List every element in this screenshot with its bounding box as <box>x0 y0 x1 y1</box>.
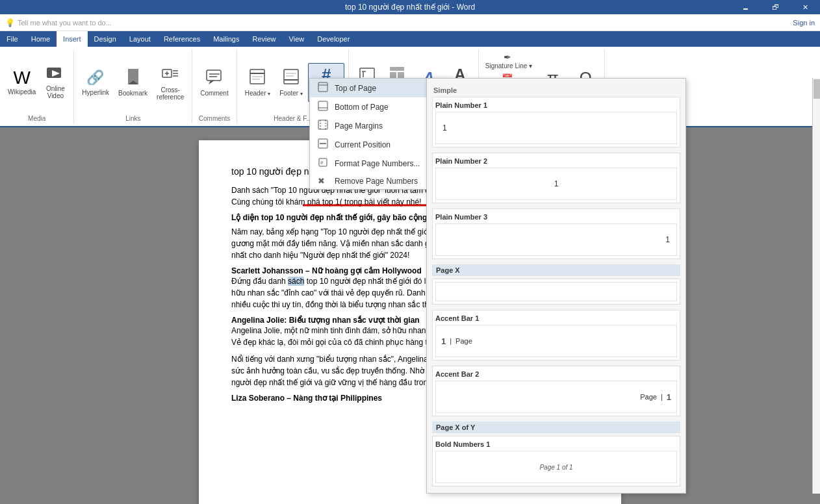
plain-number-3-title: Plain Number 3 <box>435 212 677 223</box>
group-links: 🔗 Hyperlink Bookmark Cross-reference Lin… <box>74 49 192 123</box>
svg-marker-12 <box>209 81 214 84</box>
media-group-label: Media <box>28 114 45 122</box>
group-media: W Wikipedia OnlineVideo Media <box>0 49 74 123</box>
svg-text:#: # <box>320 160 324 166</box>
bookmark-button[interactable]: Bookmark <box>114 65 151 99</box>
media-items: W Wikipedia OnlineVideo <box>4 51 70 114</box>
minimize-button[interactable]: 🗕 <box>730 0 760 14</box>
plain-number-1-number: 1 <box>442 123 447 132</box>
bookmark-icon <box>126 68 140 88</box>
footer-label: Footer ▾ <box>279 90 303 97</box>
tab-layout[interactable]: Layout <box>123 31 157 47</box>
simple-label: Simple <box>432 84 680 97</box>
close-button[interactable]: ✕ <box>790 0 820 14</box>
accent-bar-2-title: Accent Bar 2 <box>435 369 677 381</box>
plain-number-1-preview: 1 <box>435 112 677 144</box>
online-video-button[interactable]: OnlineVideo <box>41 63 70 102</box>
bold-numbers-1-preview: Page 1 of 1 <box>435 451 677 483</box>
accent-bar-2-text: Page <box>640 393 657 401</box>
svg-rect-26 <box>390 67 404 71</box>
lightbulb-icon: 💡 <box>5 18 15 27</box>
accent-bar-1-separator: | <box>450 337 452 345</box>
comment-label: Comment <box>200 90 228 97</box>
title-bar: top 10 người đẹp nhất thế giới - Word 🗕 … <box>0 0 820 14</box>
page-x-preview <box>435 282 677 301</box>
group-comments: Comment Comments <box>192 49 237 123</box>
window-controls: 🗕 🗗 ✕ <box>730 0 820 14</box>
svg-rect-33 <box>318 101 327 110</box>
accent-bar-1-content: 1 | Page <box>441 336 472 346</box>
accent-bar-2-separator: | <box>661 393 663 401</box>
tab-home[interactable]: Home <box>25 31 57 47</box>
top-of-page-icon <box>318 82 331 94</box>
accent-bar-1-text: Page <box>455 337 472 345</box>
comment-icon <box>205 68 224 88</box>
comment-button[interactable]: Comment <box>196 65 232 99</box>
bold-numbers-1-title: Bold Numbers 1 <box>435 439 677 451</box>
format-page-numbers-label: Format Page Numbers... <box>335 159 420 168</box>
plain-number-1-item[interactable]: Plain Number 1 1 <box>432 97 680 147</box>
top-of-page-label: Top of Page <box>335 84 376 93</box>
cross-reference-label: Cross-reference <box>157 86 184 101</box>
format-icon: # <box>318 157 331 170</box>
svg-rect-11 <box>207 70 221 81</box>
tab-references[interactable]: References <box>157 31 207 47</box>
remove-page-numbers-label: Remove Page Numbers <box>335 177 418 186</box>
comments-items: Comment <box>196 51 232 114</box>
bold-numbers-1-item[interactable]: Bold Numbers 1 Page 1 of 1 <box>432 436 680 486</box>
plain-number-3-preview: 1 <box>435 223 677 256</box>
header-button[interactable]: Header ▾ <box>241 65 275 99</box>
current-position-label: Current Position <box>335 140 391 149</box>
bookmark-label: Bookmark <box>118 90 147 97</box>
tell-me-input[interactable]: Tell me what you want to do... <box>18 19 147 27</box>
tab-mailings[interactable]: Mailings <box>207 31 246 47</box>
svg-rect-19 <box>284 69 298 84</box>
svg-text:🔗: 🔗 <box>86 69 105 85</box>
page-margins-label: Page Margins <box>335 121 383 131</box>
header-icon <box>248 68 266 88</box>
plain-number-2-number: 1 <box>554 179 559 188</box>
bottom-of-page-label: Bottom of Page <box>335 103 389 112</box>
hyperlink-icon: 🔗 <box>86 68 105 88</box>
cross-reference-button[interactable]: Cross-reference <box>153 62 188 103</box>
page-x-item[interactable] <box>432 279 680 305</box>
signature-icon: ✒ <box>504 52 511 62</box>
plain-number-2-item[interactable]: Plain Number 2 1 <box>432 153 680 203</box>
accent-bar-1-number: 1 <box>441 336 446 346</box>
accent-bar-1-item[interactable]: Accent Bar 1 1 | Page <box>432 310 680 360</box>
svg-rect-23 <box>360 68 374 79</box>
wikipedia-button[interactable]: W Wikipedia <box>4 66 40 98</box>
wikipedia-label: Wikipedia <box>8 88 36 95</box>
sign-in-link[interactable]: Sign in <box>793 19 815 27</box>
highlight-word: sách <box>288 277 304 286</box>
bold-numbers-1-text: Page 1 of 1 <box>539 464 572 471</box>
signature-label: Signature Line ▾ <box>485 62 532 69</box>
window-title: top 10 người đẹp nhất thế giới - Word <box>345 3 475 12</box>
gallery-scrollbar[interactable] <box>812 78 820 494</box>
tab-view[interactable]: View <box>283 31 311 47</box>
cross-reference-icon <box>161 64 179 85</box>
maximize-button[interactable]: 🗗 <box>760 0 790 14</box>
tab-file[interactable]: File <box>0 31 25 47</box>
hyperlink-button[interactable]: 🔗 Hyperlink <box>78 66 113 99</box>
svg-rect-35 <box>318 120 327 129</box>
accent-bar-2-preview: Page | 1 <box>435 381 677 413</box>
signature-line-button[interactable]: ✒ Signature Line ▾ <box>483 51 535 71</box>
bottom-of-page-icon <box>318 101 331 113</box>
tab-insert[interactable]: Insert <box>57 31 88 47</box>
scrollbar-thumb[interactable] <box>814 79 820 99</box>
footer-button[interactable]: Footer ▾ <box>275 65 307 99</box>
tab-developer[interactable]: Developer <box>311 31 356 47</box>
accent-bar-2-item[interactable]: Accent Bar 2 Page | 1 <box>432 366 680 416</box>
video-label: OnlineVideo <box>46 85 65 99</box>
accent-bar-2-number: 1 <box>667 392 671 402</box>
plain-number-3-item[interactable]: Plain Number 3 1 <box>432 208 680 259</box>
plain-number-1-title: Plain Number 1 <box>435 100 677 112</box>
comments-group-label: Comments <box>199 114 230 122</box>
tab-design[interactable]: Design <box>88 31 123 47</box>
header-label: Header ▾ <box>245 90 271 97</box>
tab-review[interactable]: Review <box>246 31 283 47</box>
video-icon <box>45 66 65 84</box>
ribbon-tabs: File Home Insert Design Layout Reference… <box>0 31 820 47</box>
wikipedia-icon: W <box>13 69 30 87</box>
